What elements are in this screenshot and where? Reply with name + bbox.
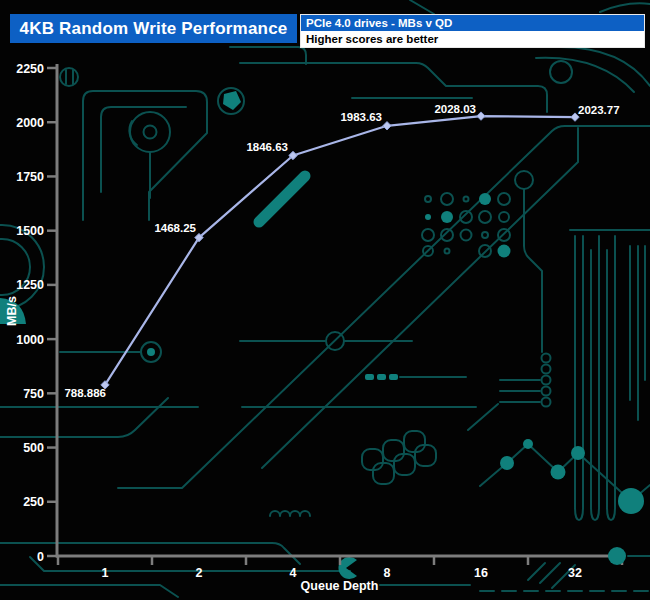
y-tick-label: 1500	[16, 224, 44, 238]
performance-line	[105, 116, 575, 385]
data-point-marker	[383, 122, 391, 130]
x-tick-label: 4	[290, 566, 297, 580]
chart-title: 4KB Random Write Performance	[10, 14, 297, 43]
y-tick-label: 0	[37, 550, 44, 564]
x-tick-label: 8	[384, 566, 391, 580]
y-axis-title: MB/s	[5, 296, 19, 326]
y-tick-label: 2000	[16, 116, 44, 130]
y-tick-label: 2250	[16, 62, 44, 76]
y-tick-label: 1750	[16, 170, 44, 184]
chart-note: Higher scores are better	[301, 31, 644, 47]
chart-image: 0250500750100012501500175020002250124816…	[0, 0, 650, 600]
data-point-label: 1846.63	[246, 141, 288, 153]
data-point-marker	[477, 112, 485, 120]
data-point-label: 2023.77	[578, 104, 620, 116]
axis-end-dot	[608, 547, 626, 565]
data-point-label: 1468.25	[154, 222, 196, 234]
data-point-label: 788.886	[64, 387, 106, 399]
y-tick-label: 500	[23, 441, 44, 455]
y-tick-label: 250	[23, 495, 44, 509]
chart-subheader: PCIe 4.0 drives - MBs v QD Higher scores…	[300, 14, 645, 48]
chart-subtitle: PCIe 4.0 drives - MBs v QD	[301, 15, 644, 31]
x-tick-label: 1	[102, 566, 109, 580]
y-tick-label: 1000	[16, 333, 44, 347]
data-point-label: 2028.03	[434, 103, 476, 115]
x-axis-title: Queue Depth	[301, 579, 379, 593]
performance-chart: 0250500750100012501500175020002250124816…	[0, 0, 650, 600]
data-point-label: 1983.63	[340, 111, 382, 123]
x-tick-label: 32	[568, 566, 582, 580]
y-tick-label: 1250	[16, 278, 44, 292]
x-tick-label: 2	[196, 566, 203, 580]
x-tick-label: 16	[474, 566, 488, 580]
y-tick-label: 750	[23, 387, 44, 401]
